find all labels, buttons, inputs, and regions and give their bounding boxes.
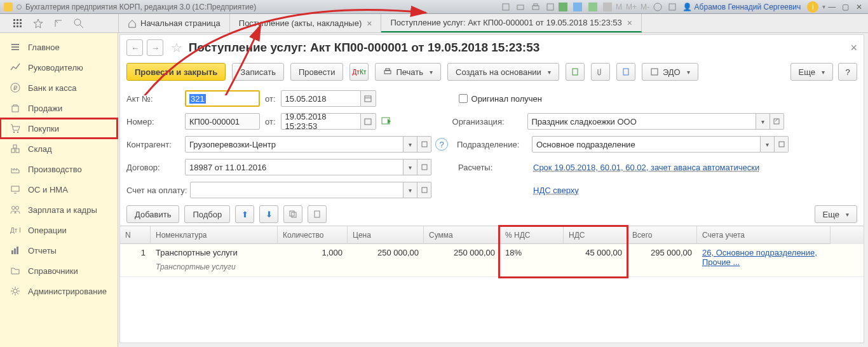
col-n[interactable]: N — [120, 226, 151, 244]
post-button[interactable]: Провести — [290, 63, 344, 81]
copy-button[interactable] — [283, 205, 302, 223]
col-qty[interactable]: Количество — [278, 226, 348, 244]
dropdown-button[interactable]: ▾ — [761, 136, 775, 153]
sidebar-item-sales[interactable]: Продажи — [0, 98, 118, 118]
col-accounts[interactable]: Счета учета — [697, 226, 831, 244]
move-down-button[interactable]: ⬇ — [259, 205, 278, 223]
close-tab-icon[interactable]: × — [627, 18, 632, 28]
status-icon[interactable] — [381, 116, 391, 127]
number-input[interactable]: КП00-000001 — [185, 113, 260, 130]
org-input[interactable]: Праздник сладкоежки ООО — [527, 113, 756, 130]
move-up-button[interactable]: ⬆ — [235, 205, 254, 223]
sidebar-item-production[interactable]: Производство — [0, 159, 118, 179]
sidebar-item-manager[interactable]: Руководителю — [0, 57, 118, 78]
sidebar-item-reports[interactable]: Отчеты — [0, 240, 118, 261]
tb-cal31-icon[interactable] — [603, 3, 612, 11]
search-icon[interactable] — [74, 18, 84, 29]
tab-receipts-list[interactable]: Поступление (акты, накладные)× — [230, 14, 382, 32]
close-window-button[interactable]: ✕ — [854, 3, 864, 11]
open-ref-button[interactable] — [770, 113, 784, 130]
dt-kt-button[interactable]: ДтКт — [349, 63, 369, 81]
forward-button[interactable]: → — [147, 39, 163, 56]
cell-vat[interactable]: 45 000,00 — [564, 244, 627, 276]
original-checkbox[interactable] — [459, 94, 468, 103]
favorite-star-icon[interactable] — [33, 18, 43, 29]
sidebar-item-os[interactable]: ОС и НМА — [0, 179, 118, 200]
calc-link[interactable]: Срок 19.05.2018, 60.01, 60.02, зачет ава… — [533, 163, 759, 172]
print-button[interactable]: Печать▾ — [375, 63, 441, 81]
dropdown-button[interactable]: ▾ — [756, 113, 770, 130]
calendar-button[interactable] — [361, 113, 376, 130]
col-sum[interactable]: Сумма — [424, 226, 500, 244]
akt-date-input[interactable]: 15.05.2018 — [281, 90, 361, 107]
partner-input[interactable]: Грузоперевозки-Центр — [185, 136, 403, 153]
sidebar-item-purchases[interactable]: Покупки — [0, 118, 118, 139]
registry-button[interactable] — [616, 63, 635, 81]
open-ref-button[interactable] — [417, 136, 431, 153]
hint-button[interactable]: ? — [435, 138, 448, 151]
tb-cal-icon[interactable] — [588, 3, 597, 11]
col-vat[interactable]: НДС — [564, 226, 627, 244]
col-nomenclature[interactable]: Номенклатура — [151, 226, 278, 244]
cell-nom[interactable]: Транспортные услуги — [151, 244, 278, 261]
col-total[interactable]: Всего — [627, 226, 697, 244]
tb-icon[interactable] — [501, 3, 510, 11]
tb-book-icon[interactable] — [668, 3, 677, 11]
tb-clock-icon[interactable] — [653, 3, 662, 11]
cell-accounts[interactable]: 26, Основное подразделение, Прочие ... — [697, 244, 831, 276]
dropdown-button[interactable]: ▾ — [403, 136, 417, 153]
number-date-input[interactable]: 19.05.2018 15:23:53 — [281, 113, 361, 130]
tb-icon[interactable] — [546, 3, 555, 11]
history-icon[interactable] — [53, 18, 64, 29]
open-ref-button[interactable] — [417, 159, 431, 175]
create-based-button[interactable]: Создать на основании▾ — [447, 63, 559, 81]
close-tab-icon[interactable]: × — [367, 18, 372, 29]
sidebar-item-admin[interactable]: Администрирование — [0, 281, 118, 301]
tab-start-page[interactable]: Начальная страница — [118, 14, 230, 32]
attach-button[interactable] — [591, 63, 610, 81]
minimize-button[interactable]: — — [827, 3, 837, 11]
table-row[interactable]: 1 Транспортные услуги Транспортные услуг… — [120, 244, 864, 277]
add-row-button[interactable]: Добавить — [126, 205, 179, 223]
open-ref-button[interactable] — [417, 182, 431, 198]
invoice-input[interactable] — [190, 182, 403, 198]
vat-mode-link[interactable]: НДС сверху — [533, 186, 579, 195]
cell-sum[interactable]: 250 000,00 — [424, 244, 500, 276]
cell-vat-pct[interactable]: 18% — [500, 244, 564, 276]
tb-doc-icon[interactable] — [573, 3, 582, 11]
maximize-button[interactable]: ▢ — [841, 3, 851, 11]
close-form-button[interactable]: × — [850, 41, 857, 55]
tab-receipt-doc[interactable]: Поступление услуг: Акт КП00-000001 от 19… — [381, 14, 641, 32]
sidebar-item-refs[interactable]: Справочники — [0, 261, 118, 281]
favorite-toggle-icon[interactable]: ☆ — [171, 40, 182, 55]
info-icon[interactable]: i — [807, 1, 818, 13]
more-button[interactable]: Еще▾ — [790, 63, 833, 81]
m-plus-icon[interactable]: M+ — [626, 3, 637, 11]
cell-price[interactable]: 250 000,00 — [348, 244, 424, 276]
cell-total[interactable]: 295 000,00 — [627, 244, 697, 276]
back-button[interactable]: ← — [126, 39, 143, 56]
apps-menu-icon[interactable] — [13, 18, 23, 29]
akt-no-input[interactable]: 321 — [185, 90, 260, 107]
sidebar-item-operations[interactable]: Дт КтОперации — [0, 220, 118, 240]
col-vat-pct[interactable]: % НДС — [500, 226, 564, 244]
tab-more-button[interactable]: Еще▾ — [815, 205, 857, 223]
col-price[interactable]: Цена — [348, 226, 424, 244]
paste-button[interactable] — [308, 205, 327, 223]
help-button[interactable]: ? — [838, 63, 857, 81]
cell-qty[interactable]: 1,000 — [278, 244, 348, 276]
write-button[interactable]: Записать — [232, 63, 284, 81]
sidebar-item-salary[interactable]: Зарплата и кадры — [0, 200, 118, 220]
sidebar-item-bank[interactable]: ₽Банк и касса — [0, 78, 118, 98]
tb-icon[interactable] — [516, 3, 525, 11]
open-ref-button[interactable] — [775, 136, 789, 153]
m-minus-icon[interactable]: M- — [641, 3, 649, 11]
dept-input[interactable]: Основное подразделение — [532, 136, 761, 153]
calendar-button[interactable] — [361, 90, 376, 107]
post-and-close-button[interactable]: Провести и закрыть — [126, 63, 226, 81]
tb-print-icon[interactable] — [531, 3, 540, 11]
sidebar-item-main[interactable]: Главное — [0, 37, 118, 57]
pick-button[interactable]: Подбор — [184, 205, 230, 223]
m-icon[interactable]: M — [616, 3, 622, 11]
edo-button[interactable]: ЭДО▾ — [642, 63, 698, 81]
